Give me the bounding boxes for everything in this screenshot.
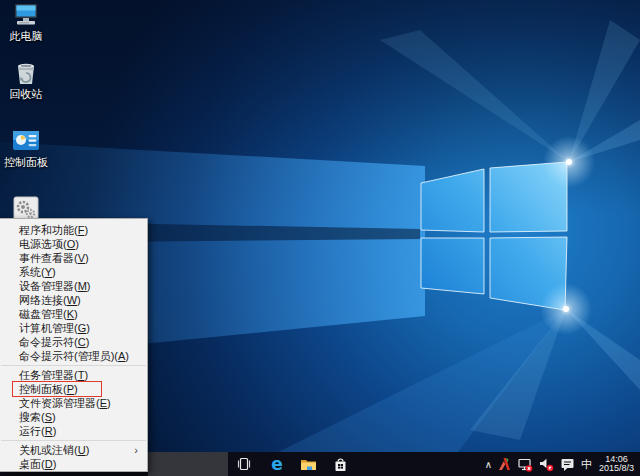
menu-item-desktop[interactable]: 桌面(D) — [0, 457, 147, 471]
menu-item-label: 控制面板(P) — [19, 383, 78, 395]
menu-item-control-panel[interactable]: 控制面板(P) — [0, 382, 147, 396]
desktop-icon-this-pc[interactable]: 此电脑 — [0, 2, 52, 42]
menu-item-label: 关机或注销(U) — [19, 444, 89, 456]
menu-item-run[interactable]: 运行(R) — [0, 424, 147, 438]
menu-item-event-viewer[interactable]: 事件查看器(V) — [0, 251, 147, 265]
menu-item-system[interactable]: 系统(Y) — [0, 265, 147, 279]
winx-power-user-menu: 程序和功能(F)电源选项(O)事件查看器(V)系统(Y)设备管理器(M)网络连接… — [0, 218, 148, 472]
network-status-button[interactable] — [514, 452, 536, 476]
menu-item-label: 程序和功能(F) — [19, 224, 88, 236]
menu-item-task-manager[interactable]: 任务管理器(T) — [0, 368, 147, 382]
menu-item-network-connections[interactable]: 网络连接(W) — [0, 293, 147, 307]
menu-item-programs-and-features[interactable]: 程序和功能(F) — [0, 223, 147, 237]
menu-item-label: 计算机管理(G) — [19, 322, 90, 334]
desktop-icon-label: 此电脑 — [0, 30, 52, 42]
submenu-arrow-icon: › — [134, 443, 138, 457]
menu-item-label: 文件资源管理器(E) — [19, 397, 111, 409]
menu-item-command-prompt[interactable]: 命令提示符(C) — [0, 335, 147, 349]
action-center-button[interactable] — [557, 452, 578, 476]
folder-icon — [300, 457, 317, 471]
computer-icon — [12, 2, 40, 28]
menu-item-label: 磁盘管理(K) — [19, 308, 78, 320]
menu-item-shutdown-or-signout[interactable]: 关机或注销(U)› — [0, 443, 147, 457]
menu-item-label: 运行(R) — [19, 425, 56, 437]
menu-separator — [1, 440, 146, 441]
menu-item-label: 系统(Y) — [19, 266, 56, 278]
edge-icon: e — [271, 456, 283, 473]
volume-muted-icon — [539, 457, 554, 472]
menu-item-label: 桌面(D) — [19, 458, 56, 470]
taskbar-clock[interactable]: 14:06 2015/8/3 — [595, 455, 640, 474]
store-button[interactable] — [326, 452, 354, 476]
task-view-icon — [236, 457, 252, 471]
menu-item-file-explorer[interactable]: 文件资源管理器(E) — [0, 396, 147, 410]
clock-date: 2015/8/3 — [599, 464, 634, 474]
desktop-icon-recycle-bin[interactable]: 回收站 — [0, 60, 52, 100]
task-view-button[interactable] — [230, 452, 258, 476]
menu-item-label: 命令提示符(管理员)(A) — [19, 350, 129, 362]
tray-app-icon — [498, 457, 511, 471]
desktop-icon-control-panel[interactable]: 控制面板 — [0, 128, 52, 168]
menu-item-disk-management[interactable]: 磁盘管理(K) — [0, 307, 147, 321]
menu-item-label: 电源选项(O) — [19, 238, 79, 250]
show-hidden-icons-button[interactable]: ∧ — [482, 452, 495, 476]
system-tray: ∧ — [482, 452, 640, 476]
menu-item-command-prompt-admin[interactable]: 命令提示符(管理员)(A) — [0, 349, 147, 363]
control-panel-icon — [12, 128, 40, 154]
input-method-indicator[interactable]: 中 — [578, 452, 595, 476]
menu-item-label: 任务管理器(T) — [19, 369, 88, 381]
tray-app-button[interactable] — [495, 452, 514, 476]
menu-separator — [1, 365, 146, 366]
menu-item-computer-management[interactable]: 计算机管理(G) — [0, 321, 147, 335]
chevron-up-icon: ∧ — [485, 460, 492, 470]
recycle-bin-icon — [12, 60, 40, 86]
menu-item-label: 搜索(S) — [19, 411, 56, 423]
menu-item-label: 网络连接(W) — [19, 294, 81, 306]
network-disconnected-icon — [517, 457, 533, 472]
store-icon — [333, 457, 348, 472]
edge-browser-button[interactable]: e — [262, 452, 292, 476]
volume-button[interactable] — [536, 452, 557, 476]
taskbar-search-box[interactable] — [148, 452, 228, 476]
menu-item-label: 命令提示符(C) — [19, 336, 89, 348]
menu-item-label: 设备管理器(M) — [19, 280, 91, 292]
menu-item-power-options[interactable]: 电源选项(O) — [0, 237, 147, 251]
desktop-icon-label: 控制面板 — [0, 156, 52, 168]
action-center-icon — [560, 457, 575, 472]
desktop-icon-label: 回收站 — [0, 88, 52, 100]
windows-desktop: 此电脑 回收站 控制面板 — [0, 0, 640, 476]
menu-item-device-manager[interactable]: 设备管理器(M) — [0, 279, 147, 293]
file-explorer-button[interactable] — [294, 452, 322, 476]
menu-item-search[interactable]: 搜索(S) — [0, 410, 147, 424]
menu-item-label: 事件查看器(V) — [19, 252, 89, 264]
